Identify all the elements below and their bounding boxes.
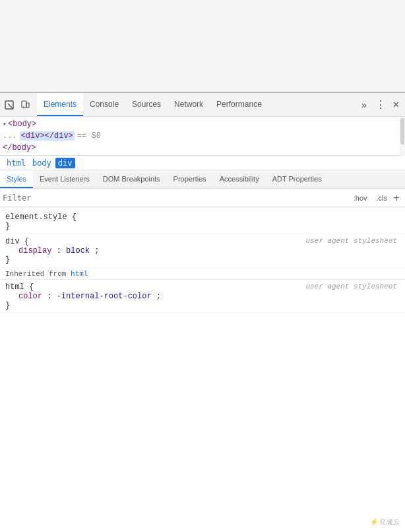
- tab-sources[interactable]: Sources: [125, 93, 168, 116]
- add-style-rule-icon[interactable]: +: [390, 192, 402, 204]
- breadcrumb: html body div: [0, 156, 405, 170]
- styles-tab-adt-properties[interactable]: ADT Properties: [266, 170, 328, 188]
- css-section-element-style: element.style { }: [0, 210, 405, 234]
- watermark: ⚡ 亿速云: [370, 517, 400, 527]
- styles-tab-properties[interactable]: Properties: [167, 170, 213, 188]
- toolbar-icons: [3, 98, 32, 112]
- hov-button[interactable]: :hov: [350, 192, 371, 204]
- css-section-div: user agent stylesheet div { display : bl…: [0, 234, 405, 268]
- dom-line-body[interactable]: ▾ <body>: [3, 118, 397, 130]
- styles-tab-styles[interactable]: Styles: [0, 170, 33, 188]
- css-content-area: element.style { } user agent stylesheet …: [0, 207, 405, 532]
- dom-panel: ▾ <body> ... <div></div> == $0 </body>: [0, 117, 405, 156]
- inspect-icon[interactable]: [3, 98, 16, 112]
- breadcrumb-div[interactable]: div: [55, 158, 75, 168]
- css-selector-element-style[interactable]: element.style {: [5, 213, 400, 222]
- css-property-display[interactable]: display : block ;: [5, 246, 400, 255]
- devtools-toolbar: Elements Console Sources Network Perform…: [0, 93, 405, 117]
- styles-tabs-bar: Styles Event Listeners DOM Breakpoints P…: [0, 170, 405, 189]
- filter-input[interactable]: [3, 193, 350, 203]
- css-source-div: user agent stylesheet: [305, 237, 397, 245]
- svg-rect-3: [26, 103, 29, 108]
- css-inherited-label: Inherited from html: [0, 268, 405, 279]
- svg-line-1: [8, 104, 13, 109]
- dom-scrollbar: [400, 117, 405, 156]
- styles-tab-dom-breakpoints[interactable]: DOM Breakpoints: [96, 170, 167, 188]
- inherited-from-tag[interactable]: html: [71, 269, 88, 278]
- cls-button[interactable]: .cls: [373, 192, 391, 204]
- dom-scrollbar-thumb: [400, 118, 404, 145]
- filter-bar: :hov .cls +: [0, 189, 405, 207]
- styles-tab-event-listeners[interactable]: Event Listeners: [33, 170, 96, 188]
- css-source-html: user agent stylesheet: [305, 283, 397, 290]
- tab-console[interactable]: Console: [83, 93, 125, 116]
- styles-tab-accessibility[interactable]: Accessibility: [213, 170, 266, 188]
- filter-buttons: :hov .cls: [350, 192, 390, 204]
- settings-dots-icon[interactable]: ⋮: [373, 98, 387, 112]
- tab-elements[interactable]: Elements: [37, 93, 83, 116]
- toolbar-right: » ⋮ ✕: [358, 98, 402, 112]
- more-tabs-icon[interactable]: »: [358, 98, 371, 112]
- device-icon[interactable]: [18, 98, 32, 112]
- breadcrumb-body[interactable]: body: [30, 158, 54, 168]
- close-devtools-icon[interactable]: ✕: [389, 98, 402, 112]
- tab-network[interactable]: Network: [168, 93, 210, 116]
- css-section-html: user agent stylesheet html { color : -in…: [0, 279, 405, 314]
- dom-line-div-selected[interactable]: ... <div></div> == $0: [3, 130, 397, 142]
- devtools-tabs: Elements Console Sources Network Perform…: [37, 93, 358, 116]
- breadcrumb-html[interactable]: html: [4, 158, 28, 168]
- dom-panel-wrapper: ▾ <body> ... <div></div> == $0 </body>: [0, 117, 405, 156]
- devtools-panel: Elements Console Sources Network Perform…: [0, 92, 405, 532]
- css-property-color[interactable]: color : -internal-root-color ;: [5, 292, 400, 301]
- page-content-area: [0, 0, 405, 92]
- tab-performance[interactable]: Performance: [210, 93, 268, 116]
- dom-line-body-close[interactable]: </body>: [3, 142, 397, 154]
